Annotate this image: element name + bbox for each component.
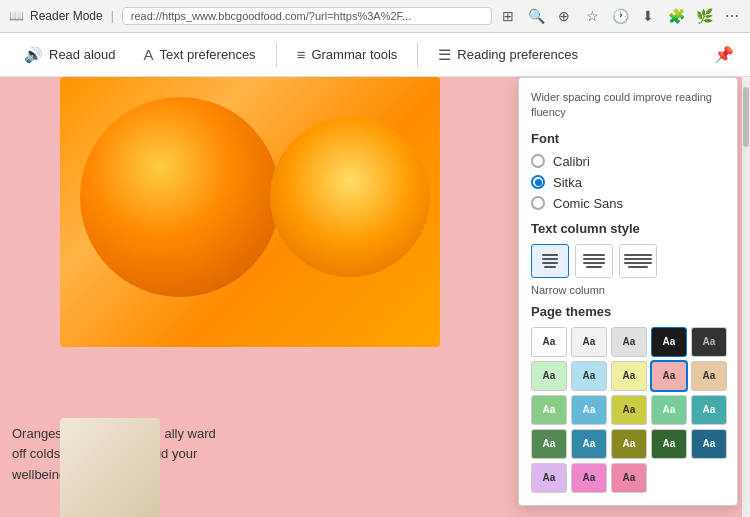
read-aloud-button[interactable]: 🔊 Read aloud xyxy=(12,40,128,70)
grammar-tools-label: Grammar tools xyxy=(311,47,397,62)
history-icon[interactable]: 🕐 xyxy=(610,6,630,26)
reader-toolbar: 🔊 Read aloud A Text preferences ≡ Gramma… xyxy=(0,33,750,77)
read-aloud-icon: 🔊 xyxy=(24,46,43,64)
reading-pref-label: Reading preferences xyxy=(457,47,578,62)
themes-section-title: Page themes xyxy=(531,304,725,319)
theme-mint[interactable]: Aa xyxy=(531,361,567,391)
font-sitka-item[interactable]: Sitka xyxy=(531,175,725,190)
column-label: Narrow column xyxy=(531,284,725,296)
column-style-title: Text column style xyxy=(531,221,725,236)
themes-row-3: Aa Aa Aa Aa Aa xyxy=(531,395,725,425)
col-line-1 xyxy=(542,254,558,256)
col-line-2 xyxy=(624,258,652,260)
tab-icon[interactable]: ⊕ xyxy=(554,6,574,26)
scrollbar[interactable] xyxy=(742,77,750,517)
narrow-column-btn[interactable] xyxy=(531,244,569,278)
read-aloud-label: Read aloud xyxy=(49,47,116,62)
col-line-1 xyxy=(583,254,605,256)
font-sitka-radio[interactable] xyxy=(531,175,545,189)
main-area: Oranges are bursting wi... ally ward off… xyxy=(0,77,750,517)
col-line-4 xyxy=(628,266,648,268)
font-comicsans-radio[interactable] xyxy=(531,196,545,210)
immersive-reader-icon[interactable]: ⊞ xyxy=(498,6,518,26)
text-pref-icon: A xyxy=(144,46,154,63)
font-calibri-radio[interactable] xyxy=(531,154,545,168)
theme-forest[interactable]: Aa xyxy=(651,429,687,459)
theme-green2[interactable]: Aa xyxy=(531,395,567,425)
theme-blue2[interactable]: Aa xyxy=(571,395,607,425)
col-line-4 xyxy=(586,266,602,268)
wide-column-btn[interactable] xyxy=(619,244,657,278)
grammar-tools-button[interactable]: ≡ Grammar tools xyxy=(285,40,410,69)
theme-salmon[interactable]: Aa xyxy=(611,463,647,493)
medium-col-icon xyxy=(583,254,605,268)
theme-pink[interactable]: Aa xyxy=(651,361,687,391)
orange-image-bottom xyxy=(60,418,160,517)
col-line-3 xyxy=(542,262,558,264)
reader-mode-icon: 📖 xyxy=(8,8,24,24)
reading-preferences-button[interactable]: ☰ Reading preferences xyxy=(426,40,590,70)
extensions-icon[interactable]: 🧩 xyxy=(666,6,686,26)
theme-light-gray[interactable]: Aa xyxy=(571,327,607,357)
themes-row-1: Aa Aa Aa Aa Aa xyxy=(531,327,725,357)
panel-subtitle: Wider spacing could improve reading flue… xyxy=(531,90,725,121)
pin-button[interactable]: 📌 xyxy=(710,41,738,69)
text-preferences-button[interactable]: A Text preferences xyxy=(132,40,268,69)
themes-row-5: Aa Aa Aa xyxy=(531,463,725,493)
theme-cyan[interactable]: Aa xyxy=(691,395,727,425)
theme-white[interactable]: Aa xyxy=(531,327,567,357)
col-line-4 xyxy=(544,266,556,268)
font-comicsans-item[interactable]: Comic Sans xyxy=(531,196,725,211)
theme-yellow[interactable]: Aa xyxy=(611,361,647,391)
theme-lavender[interactable]: Aa xyxy=(531,463,567,493)
theme-sky[interactable]: Aa xyxy=(571,361,607,391)
narrow-col-icon xyxy=(542,254,558,268)
text-pref-label: Text preferences xyxy=(160,47,256,62)
col-line-3 xyxy=(583,262,605,264)
reader-mode-label: Reader Mode xyxy=(30,9,103,23)
download-icon[interactable]: ⬇ xyxy=(638,6,658,26)
toolbar-separator xyxy=(276,43,277,67)
scrollbar-thumb[interactable] xyxy=(743,87,749,147)
wide-col-icon xyxy=(624,254,652,268)
themes-row-4: Aa Aa Aa Aa Aa xyxy=(531,429,725,459)
theme-olive[interactable]: Aa xyxy=(611,429,647,459)
col-line-2 xyxy=(583,258,605,260)
font-comicsans-label: Comic Sans xyxy=(553,196,623,211)
col-line-1 xyxy=(624,254,652,256)
col-line-2 xyxy=(542,258,558,260)
grammar-icon: ≡ xyxy=(297,46,306,63)
theme-dark-blue[interactable]: Aa xyxy=(571,429,607,459)
title-sep: | xyxy=(111,9,114,23)
menu-icon[interactable]: ⋯ xyxy=(722,6,742,26)
column-style-group xyxy=(531,244,725,278)
font-calibri-item[interactable]: Calibri xyxy=(531,154,725,169)
font-section-title: Font xyxy=(531,131,725,146)
font-radio-group: Calibri Sitka Comic Sans xyxy=(531,154,725,211)
reading-pref-icon: ☰ xyxy=(438,46,451,64)
theme-rose[interactable]: Aa xyxy=(571,463,607,493)
profile-icon[interactable]: 🌿 xyxy=(694,6,714,26)
themes-row-2: Aa Aa Aa Aa Aa xyxy=(531,361,725,391)
theme-darker[interactable]: Aa xyxy=(691,327,727,357)
font-calibri-label: Calibri xyxy=(553,154,590,169)
browser-chrome: 📖 Reader Mode | read://https_www.bbcgood… xyxy=(0,0,750,33)
orange-image-top xyxy=(60,77,440,347)
search-icon[interactable]: 🔍 xyxy=(526,6,546,26)
url-bar[interactable]: read://https_www.bbcgoodfood.com/?url=ht… xyxy=(122,7,492,25)
title-bar: 📖 Reader Mode | read://https_www.bbcgood… xyxy=(0,0,750,32)
col-line-3 xyxy=(624,262,652,264)
theme-navy[interactable]: Aa xyxy=(691,429,727,459)
medium-column-btn[interactable] xyxy=(575,244,613,278)
theme-peach[interactable]: Aa xyxy=(691,361,727,391)
theme-dark[interactable]: Aa xyxy=(651,327,687,357)
toolbar-separator-2 xyxy=(417,43,418,67)
theme-gray[interactable]: Aa xyxy=(611,327,647,357)
font-sitka-label: Sitka xyxy=(553,175,582,190)
browser-toolbar-icons: ⊞ 🔍 ⊕ ☆ 🕐 ⬇ 🧩 🌿 ⋯ xyxy=(498,6,742,26)
theme-dark-green[interactable]: Aa xyxy=(531,429,567,459)
reading-preferences-panel: Wider spacing could improve reading flue… xyxy=(518,77,738,506)
theme-teal[interactable]: Aa xyxy=(651,395,687,425)
favorites-icon[interactable]: ☆ xyxy=(582,6,602,26)
theme-lime[interactable]: Aa xyxy=(611,395,647,425)
